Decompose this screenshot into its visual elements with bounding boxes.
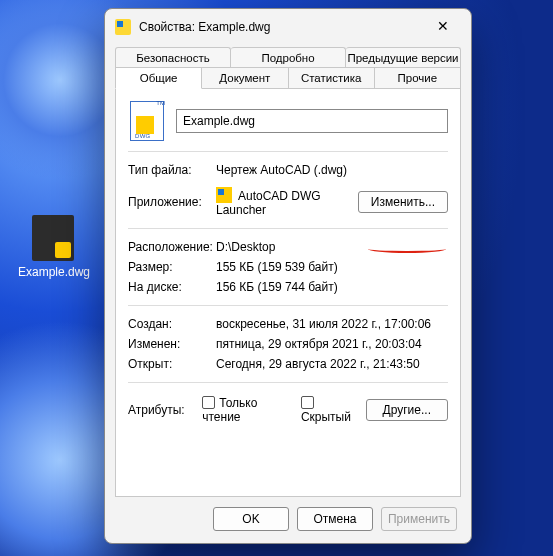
on-disk-label: На диске:	[128, 280, 216, 294]
hidden-checkbox[interactable]: Скрытый	[301, 396, 360, 424]
on-disk-value: 156 КБ (159 744 байт)	[216, 280, 448, 294]
tab-details[interactable]: Подробно	[231, 47, 346, 68]
file-type-label: Тип файла:	[128, 163, 216, 177]
tab-previous-versions[interactable]: Предыдущие версии	[346, 47, 461, 68]
other-attrs-button[interactable]: Другие...	[366, 399, 448, 421]
attrs-label: Атрибуты:	[128, 403, 196, 417]
tab-statistics[interactable]: Статистика	[289, 67, 375, 89]
created-label: Создан:	[128, 317, 216, 331]
dialog-footer: OK Отмена Применить	[105, 497, 471, 543]
file-type-value: Чертеж AutoCAD (.dwg)	[216, 163, 448, 177]
app-value: AutoCAD DWG Launcher	[216, 187, 358, 217]
opened-label: Открыт:	[128, 357, 216, 371]
titlebar: Свойства: Example.dwg ✕	[105, 9, 471, 43]
annotation-underline	[368, 245, 446, 253]
close-button[interactable]: ✕	[425, 15, 461, 39]
tab-general[interactable]: Общие	[115, 67, 202, 89]
modified-label: Изменен:	[128, 337, 216, 351]
readonly-checkbox[interactable]: Только чтение	[202, 396, 287, 424]
opened-value: Сегодня, 29 августа 2022 г., 21:43:50	[216, 357, 448, 371]
ok-button[interactable]: OK	[213, 507, 289, 531]
size-value: 155 КБ (159 539 байт)	[216, 260, 448, 274]
window-title: Свойства: Example.dwg	[139, 20, 425, 34]
cancel-button[interactable]: Отмена	[297, 507, 373, 531]
tab-document[interactable]: Документ	[202, 67, 288, 89]
app-label: Приложение:	[128, 195, 216, 209]
change-app-button[interactable]: Изменить...	[358, 191, 448, 213]
separator	[128, 305, 448, 306]
properties-dialog: Свойства: Example.dwg ✕ Безопасность Под…	[104, 8, 472, 544]
location-label: Расположение:	[128, 240, 216, 254]
desktop-file-icon[interactable]: Example.dwg	[18, 215, 88, 279]
separator	[128, 382, 448, 383]
modified-value: пятница, 29 октября 2021 г., 20:03:04	[216, 337, 448, 351]
tab-strip: Безопасность Подробно Предыдущие версии …	[115, 47, 461, 88]
desktop-file-label: Example.dwg	[18, 265, 88, 279]
created-value: воскресенье, 31 июля 2022 г., 17:00:06	[216, 317, 448, 331]
separator	[128, 228, 448, 229]
dwg-file-icon	[32, 215, 74, 261]
dwg-large-icon: DWG	[130, 101, 164, 141]
app-icon	[216, 187, 232, 203]
separator	[128, 151, 448, 152]
size-label: Размер:	[128, 260, 216, 274]
general-panel: DWG Тип файла: Чертеж AutoCAD (.dwg) При…	[115, 88, 461, 497]
apply-button: Применить	[381, 507, 457, 531]
tab-other[interactable]: Прочие	[375, 67, 461, 89]
filename-input[interactable]	[176, 109, 448, 133]
title-icon	[115, 19, 131, 35]
tab-security[interactable]: Безопасность	[115, 47, 231, 68]
